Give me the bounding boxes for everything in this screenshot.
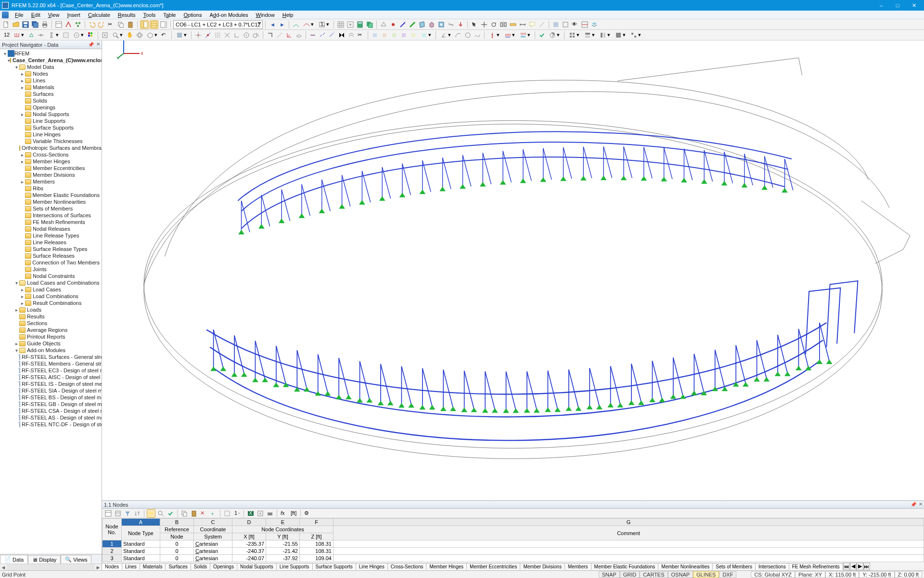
tbl-copy-icon[interactable] <box>180 509 189 518</box>
tree-item[interactable]: RFEM <box>0 50 102 57</box>
tree-item[interactable]: Guide Objects <box>0 340 102 347</box>
view-solid-icon[interactable] <box>552 20 560 29</box>
maximize-button[interactable]: □ <box>889 0 906 11</box>
table-tab[interactable]: Nodal Supports <box>237 563 277 570</box>
tab-nav-button[interactable]: ⏮ <box>843 563 850 570</box>
nodes-table[interactable]: NodeNo. A B C D E F G Node Type Referenc… <box>102 518 924 562</box>
tree-item[interactable]: RF-STEEL Surfaces - General stress a… <box>0 354 102 360</box>
col-comment[interactable]: Comment <box>334 526 924 540</box>
measure-icon[interactable] <box>509 20 517 29</box>
menu-results[interactable]: Results <box>115 12 139 18</box>
copy-icon[interactable] <box>116 20 125 29</box>
tab-nav-button[interactable]: ⏭ <box>863 563 870 570</box>
load-case-combo[interactable]: CO6 - LC1 + LC2 + LC3 + 0.7*LC12 <box>173 20 263 29</box>
table-tab[interactable]: Cross-Sections <box>387 563 427 570</box>
table-tab[interactable]: Surfaces <box>165 563 191 570</box>
tree-item[interactable]: Nodes <box>0 70 102 77</box>
minimize-button[interactable]: – <box>873 0 889 11</box>
tbl-apply-icon[interactable] <box>166 509 175 518</box>
pan-icon[interactable]: ✋ <box>126 31 134 39</box>
orbit-icon[interactable] <box>135 31 144 39</box>
tree-item[interactable]: Orthotropic Surfaces and Membrane <box>0 144 102 151</box>
status-dxf[interactable]: DXF <box>719 571 736 578</box>
tree-item[interactable]: Member Hinges <box>0 158 102 165</box>
show-table-icon[interactable] <box>150 20 158 29</box>
tool-f-icon[interactable]: ▾ <box>419 31 433 39</box>
col-x[interactable]: X [ft] <box>232 533 266 540</box>
table-tab[interactable]: Line Supports <box>276 563 313 570</box>
table-tab[interactable]: Member Divisions <box>520 563 565 570</box>
tree-item[interactable]: Members <box>0 178 102 185</box>
next-loadcase-icon[interactable]: ► <box>278 20 286 29</box>
col-z[interactable]: Z [ft] <box>300 533 334 540</box>
redo-icon[interactable] <box>97 20 106 29</box>
tbl-goto-icon[interactable] <box>156 509 165 518</box>
section-icon[interactable] <box>447 20 455 29</box>
save-all-icon[interactable] <box>31 20 39 29</box>
tree-item[interactable]: Printout Reports <box>0 333 102 340</box>
tree-item[interactable]: Member Divisions <box>0 171 102 178</box>
zoom-all-icon[interactable] <box>101 31 109 39</box>
view-set-3-icon[interactable]: ▾ <box>613 31 628 39</box>
tab-nav-button[interactable]: ◀ <box>850 563 857 570</box>
gline-icon[interactable] <box>275 31 284 39</box>
status-plane[interactable]: Plane: XY <box>795 571 825 578</box>
previous-view-icon[interactable]: ↶ <box>160 31 169 39</box>
tree-item[interactable]: Line Release Types <box>0 232 102 239</box>
menu-tools[interactable]: Tools <box>140 12 159 18</box>
tbl-filter-icon[interactable] <box>123 509 132 518</box>
node-icon[interactable] <box>389 20 398 29</box>
tree-item[interactable]: Openings <box>0 104 102 111</box>
tree-item[interactable]: RF-STEEL NTC-DF - Design of steel m… <box>0 421 102 428</box>
open-file-icon[interactable] <box>12 20 20 29</box>
divide-line-icon[interactable] <box>308 31 317 39</box>
fe-mesh-icon[interactable] <box>336 20 345 29</box>
tree-item[interactable]: Sections <box>0 320 102 327</box>
tree-item[interactable]: Member Elastic Foundations <box>0 192 102 198</box>
view-set-2-icon[interactable]: ▾ <box>598 31 612 39</box>
col-letter-c[interactable]: C <box>194 519 232 526</box>
table-title[interactable]: 1.1 Nodes 📌 ✕ <box>102 501 924 509</box>
status-grid[interactable]: GRID <box>620 571 640 578</box>
show-numbering-icon[interactable]: 12 <box>2 31 11 39</box>
tbl-settings-icon[interactable]: ⚙ <box>303 509 312 518</box>
tree-item[interactable]: Load Cases and Combinations <box>0 279 102 286</box>
tree-item[interactable]: RF-STEEL AS - Design of steel memb… <box>0 414 102 421</box>
tree-item[interactable]: Add-on Modules <box>0 347 102 354</box>
tree-item[interactable]: Load Cases <box>0 286 102 293</box>
show-background-icon[interactable] <box>62 31 70 39</box>
table-tab[interactable]: Member Hinges <box>426 563 467 570</box>
close-button[interactable]: ✕ <box>906 0 922 11</box>
tree-item[interactable]: Ribs <box>0 185 102 192</box>
circle-icon[interactable] <box>463 31 472 39</box>
model-data-icon[interactable] <box>64 20 73 29</box>
navigator-hscroll[interactable]: ◄► <box>0 564 102 570</box>
tree-item[interactable]: RF-STEEL AISC - Design of steel me… <box>0 374 102 381</box>
tbl-paste-icon[interactable] <box>190 509 198 518</box>
tree-item[interactable]: Member Eccentricities <box>0 165 102 171</box>
tbl-fx-icon[interactable]: fx <box>280 509 288 518</box>
tool-a-icon[interactable] <box>371 31 379 39</box>
load-icon[interactable] <box>456 20 465 29</box>
tree-item[interactable]: Line Supports <box>0 118 102 124</box>
tree-item[interactable]: Model Data <box>0 64 102 70</box>
tbl-excel-icon[interactable]: X <box>246 509 255 518</box>
close-table-icon[interactable]: ✕ <box>919 501 923 507</box>
tool-e-icon[interactable] <box>409 31 418 39</box>
view-iso-icon[interactable]: ▾ <box>145 31 159 39</box>
menu-options[interactable]: Options <box>180 12 205 18</box>
table-tab[interactable]: Nodes <box>102 563 122 570</box>
model-viewport[interactable]: Z X Y Z X Y <box>102 40 924 500</box>
tree-item[interactable]: Surface Releases <box>0 252 102 259</box>
col-ref[interactable]: Node <box>160 533 194 540</box>
project-manager-icon[interactable] <box>54 20 63 29</box>
col-letter-e[interactable]: E <box>266 519 300 526</box>
calc-icon[interactable] <box>356 20 364 29</box>
offset-icon[interactable] <box>347 31 356 39</box>
tool-d-icon[interactable] <box>399 31 408 39</box>
tbl-delete-icon[interactable]: ✕ <box>199 509 208 518</box>
tool-c-icon[interactable] <box>390 31 398 39</box>
tool-b-icon[interactable] <box>380 31 389 39</box>
tbl-units-icon[interactable]: [ft] <box>289 509 298 518</box>
tree-item[interactable]: Intersections of Surfaces <box>0 212 102 219</box>
